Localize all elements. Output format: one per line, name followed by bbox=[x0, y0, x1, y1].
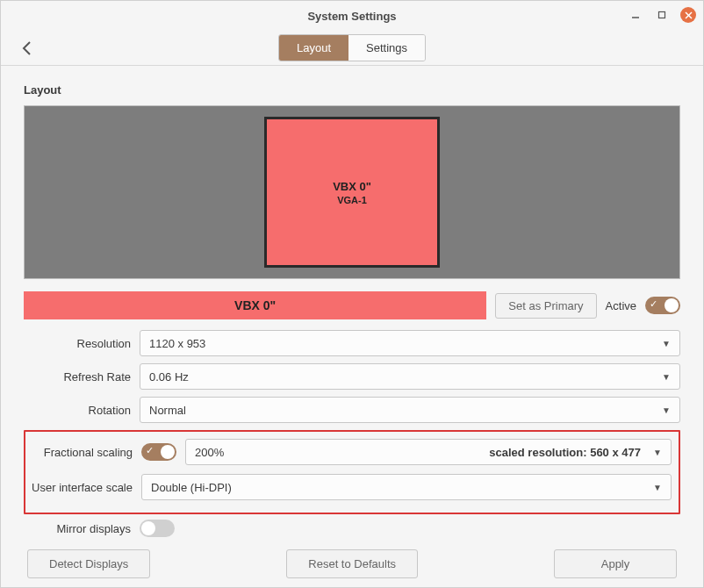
active-toggle[interactable]: ✓ bbox=[645, 297, 680, 314]
maximize-button[interactable] bbox=[654, 7, 670, 23]
resolution-select[interactable]: 1120 x 953 ▼ bbox=[140, 330, 680, 356]
rotation-label: Rotation bbox=[24, 404, 131, 417]
tab-layout[interactable]: Layout bbox=[279, 35, 348, 61]
chevron-down-icon: ▼ bbox=[653, 483, 662, 492]
apply-button[interactable]: Apply bbox=[554, 549, 677, 578]
rotation-value: Normal bbox=[149, 404, 186, 417]
row-fractional-scaling: Fractional scaling ✓ 200% scaled resolut… bbox=[25, 439, 672, 465]
chevron-down-icon: ▼ bbox=[662, 372, 671, 382]
rotation-select[interactable]: Normal ▼ bbox=[140, 397, 680, 423]
refresh-select[interactable]: 0.06 Hz ▼ bbox=[140, 363, 680, 390]
detect-displays-button[interactable]: Detect Displays bbox=[27, 549, 150, 578]
refresh-value: 0.06 Hz bbox=[149, 370, 189, 384]
minimize-button[interactable] bbox=[628, 7, 643, 23]
check-icon: ✓ bbox=[146, 445, 154, 456]
window-title: System Settings bbox=[307, 10, 396, 23]
active-label: Active bbox=[606, 299, 636, 312]
back-button[interactable] bbox=[15, 36, 40, 61]
uiscale-select[interactable]: Double (Hi-DPI) ▼ bbox=[141, 474, 672, 500]
selected-display-row: VBX 0" Set as Primary Active ✓ bbox=[24, 291, 680, 319]
resolution-value: 1120 x 953 bbox=[149, 337, 205, 350]
resolution-label: Resolution bbox=[24, 337, 131, 350]
row-rotation: Rotation Normal ▼ bbox=[24, 397, 680, 423]
mirror-label: Mirror displays bbox=[24, 522, 131, 535]
refresh-label: Refresh Rate bbox=[24, 370, 131, 384]
display-monitor[interactable]: VBX 0" VGA-1 bbox=[264, 117, 440, 268]
fractional-label: Fractional scaling bbox=[25, 446, 133, 459]
chevron-down-icon: ▼ bbox=[662, 405, 671, 415]
check-icon: ✓ bbox=[650, 298, 657, 310]
reset-defaults-button[interactable]: Reset to Defaults bbox=[286, 549, 418, 578]
set-primary-button[interactable]: Set as Primary bbox=[495, 293, 596, 319]
row-mirror-displays: Mirror displays bbox=[24, 520, 680, 537]
bottom-buttons: Detect Displays Reset to Defaults Apply bbox=[24, 549, 680, 578]
fractional-toggle[interactable]: ✓ bbox=[141, 443, 176, 461]
highlighted-section: Fractional scaling ✓ 200% scaled resolut… bbox=[24, 430, 680, 514]
chevron-down-icon: ▼ bbox=[653, 448, 662, 457]
window-controls bbox=[628, 7, 696, 23]
tab-settings[interactable]: Settings bbox=[348, 35, 425, 61]
row-resolution: Resolution 1120 x 953 ▼ bbox=[24, 330, 680, 356]
display-layout-frame: VBX 0" VGA-1 bbox=[24, 105, 680, 279]
scaled-resolution-text: scaled resolution: 560 x 477 bbox=[489, 446, 641, 459]
content: Layout VBX 0" VGA-1 VBX 0" Set as Primar… bbox=[1, 66, 703, 587]
display-monitor-name: VBX 0" bbox=[333, 180, 371, 193]
fractional-value: 200% bbox=[195, 446, 224, 459]
uiscale-label: User interface scale bbox=[25, 481, 133, 494]
form-rows: Resolution 1120 x 953 ▼ Refresh Rate 0.0… bbox=[24, 330, 680, 578]
section-label: Layout bbox=[24, 83, 680, 97]
display-layout-area[interactable]: VBX 0" VGA-1 bbox=[25, 106, 679, 278]
row-ui-scale: User interface scale Double (Hi-DPI) ▼ bbox=[25, 474, 672, 500]
mirror-toggle[interactable] bbox=[140, 520, 175, 537]
window: System Settings Layout Settings Layout bbox=[0, 0, 704, 588]
display-monitor-port: VGA-1 bbox=[337, 195, 367, 205]
fractional-select[interactable]: 200% scaled resolution: 560 x 477 ▼ bbox=[185, 439, 672, 465]
chevron-down-icon: ▼ bbox=[662, 339, 671, 348]
uiscale-value: Double (Hi-DPI) bbox=[151, 481, 232, 494]
toolbar: Layout Settings bbox=[1, 31, 703, 66]
svg-rect-1 bbox=[659, 12, 665, 18]
row-refresh-rate: Refresh Rate 0.06 Hz ▼ bbox=[24, 363, 680, 390]
tab-switcher: Layout Settings bbox=[278, 34, 426, 61]
selected-display-badge: VBX 0" bbox=[24, 291, 486, 319]
close-button[interactable] bbox=[680, 7, 696, 23]
titlebar: System Settings bbox=[1, 1, 703, 31]
